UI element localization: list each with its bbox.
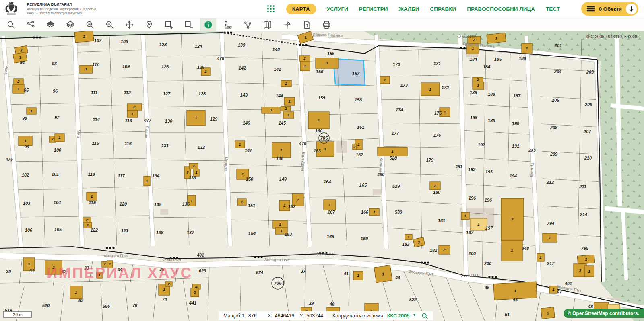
building[interactable]: 1	[405, 234, 412, 240]
map-viewport[interactable]: 2121112121121111121321321111211121112112…	[0, 31, 644, 321]
parcel-label-623[interactable]: 623	[199, 268, 206, 273]
nav-item-жалби[interactable]: ЖАЛБИ	[399, 6, 419, 12]
parcel-label-201[interactable]: 201	[554, 43, 562, 48]
building[interactable]: 1	[87, 192, 97, 200]
nav-item-карта[interactable]: КАРТА	[286, 4, 316, 14]
parcel-label-194[interactable]: 194	[510, 173, 517, 178]
parcel-label-151[interactable]: 151	[248, 203, 255, 208]
parcel-label-180[interactable]: 180	[433, 190, 441, 195]
tool-export-icon[interactable]	[299, 18, 315, 31]
building[interactable]: 1	[380, 76, 390, 84]
building[interactable]: 1	[378, 147, 407, 156]
parcel-label-157[interactable]: 157	[352, 71, 360, 76]
parcel-label-113[interactable]: 113	[125, 118, 132, 123]
parcel-label-111[interactable]: 111	[91, 90, 98, 95]
tool-zoom-in-icon[interactable]	[82, 18, 98, 31]
crs-caret-icon[interactable]: ▼	[413, 313, 416, 319]
parcel-label-160[interactable]: 160	[315, 128, 323, 133]
parcel-label-166[interactable]: 166	[361, 210, 369, 214]
parcel-label-163[interactable]: 163	[314, 148, 321, 153]
parcel-label-95[interactable]: 95	[24, 88, 29, 93]
building[interactable]: 1	[584, 266, 594, 277]
building[interactable]: 2	[127, 104, 142, 110]
parcel-label-112[interactable]: 112	[124, 90, 131, 95]
parcel-label-197[interactable]: 197	[485, 226, 493, 230]
parcel-label-155[interactable]: 155	[327, 51, 335, 56]
building[interactable]: 1	[324, 200, 336, 210]
parcel-label-207[interactable]: 207	[583, 129, 591, 134]
building[interactable]: 2	[165, 282, 172, 286]
parcel-label-141[interactable]: 141	[274, 67, 281, 72]
parcel-label-189[interactable]: 189	[470, 115, 478, 120]
building[interactable]: 1	[541, 307, 555, 319]
parcel-label-188[interactable]: 188	[470, 90, 477, 95]
parcel-label-528[interactable]: 528	[390, 156, 397, 160]
apps-grid-icon[interactable]	[266, 4, 275, 13]
building[interactable]: 1	[80, 65, 93, 73]
parcel-label-191[interactable]: 191	[512, 144, 519, 148]
parcel-label-143[interactable]: 143	[240, 93, 248, 97]
status-search-icon[interactable]	[421, 313, 428, 319]
objects-expand-button[interactable]	[626, 4, 637, 14]
building[interactable]: 2	[189, 163, 198, 169]
building[interactable]: 1	[144, 176, 150, 186]
parcel-label-156[interactable]: 156	[316, 69, 324, 74]
parcel-label-133[interactable]: 133	[189, 175, 196, 180]
parcel-label-110[interactable]: 110	[92, 62, 99, 67]
parcel-label-104[interactable]: 104	[54, 200, 61, 205]
parcel-label-100[interactable]: 100	[54, 148, 62, 152]
parcel-label-204[interactable]: 204	[554, 69, 561, 74]
parcel-label-115[interactable]: 115	[92, 141, 99, 146]
parcel-label-39[interactable]: 39	[309, 301, 314, 306]
parcel-label-171[interactable]: 171	[433, 61, 441, 66]
parcel-label-182[interactable]: 182	[430, 248, 437, 253]
parcel-label-101[interactable]: 101	[52, 172, 59, 177]
parcel-label-200[interactable]: 200	[468, 251, 476, 256]
tool-print-icon[interactable]	[318, 18, 334, 31]
parcel-label-41[interactable]: 41	[343, 271, 349, 276]
parcel-label-181[interactable]: 181	[438, 218, 445, 223]
building[interactable]: 2	[281, 106, 291, 111]
parcel-label-795[interactable]: 795	[581, 246, 589, 251]
parcel-label-109[interactable]: 109	[122, 64, 130, 69]
nav-item-правоспособни-лица[interactable]: ПРАВОСПОСОБНИ ЛИЦА	[467, 6, 535, 12]
parcel-label-45[interactable]: 45	[484, 285, 490, 290]
tool-measure-area-icon[interactable]	[239, 18, 256, 31]
building[interactable]: 1	[369, 208, 379, 216]
building[interactable]: 1	[537, 253, 544, 261]
parcel-label-125[interactable]: 125	[197, 65, 205, 70]
parcel-label-107[interactable]: 107	[94, 38, 102, 43]
tool-layers-icon[interactable]	[62, 18, 78, 31]
parcel-label-132[interactable]: 132	[198, 145, 205, 150]
parcel-label-99[interactable]: 99	[24, 144, 29, 149]
parcel-label-173[interactable]: 173	[400, 83, 408, 88]
parcel-label-119[interactable]: 119	[89, 200, 96, 205]
nav-item-тест[interactable]: ТЕСТ	[546, 6, 560, 12]
parcel-label-37[interactable]: 37	[301, 269, 306, 274]
parcel-label-118[interactable]: 118	[88, 172, 95, 177]
building[interactable]: 1	[353, 271, 363, 280]
building[interactable]: 1	[522, 43, 532, 53]
parcel-label-196[interactable]: 196	[485, 198, 492, 202]
parcel-label-205[interactable]: 205	[551, 98, 559, 103]
osm-attribution[interactable]: © OpenStreetMap contributors.	[564, 309, 644, 318]
parcel-label-200[interactable]: 200	[484, 261, 492, 266]
parcel-label-150[interactable]: 150	[246, 177, 254, 181]
building[interactable]: 2	[577, 255, 594, 264]
parcel-label-83[interactable]: 83	[78, 298, 83, 303]
tool-select-features-icon[interactable]	[23, 18, 39, 31]
building[interactable]: 2	[14, 79, 23, 84]
parcel-label-210[interactable]: 210	[584, 156, 592, 160]
parcel-label-98[interactable]: 98	[22, 116, 27, 121]
building[interactable]: 1	[421, 83, 440, 96]
parcel-label-108[interactable]: 108	[121, 39, 128, 44]
parcel-label-209[interactable]: 209	[550, 152, 558, 156]
building[interactable]: 1	[473, 82, 484, 89]
tool-layers-dark-icon[interactable]	[42, 18, 58, 31]
parcel-label-97[interactable]: 97	[54, 115, 60, 120]
parcel-label-189[interactable]: 189	[488, 118, 495, 123]
parcel-label-176[interactable]: 176	[433, 133, 441, 138]
parcel-label-848[interactable]: 848	[522, 246, 529, 251]
building[interactable]: 2	[501, 198, 524, 240]
parcel-label-167[interactable]: 167	[328, 210, 335, 214]
